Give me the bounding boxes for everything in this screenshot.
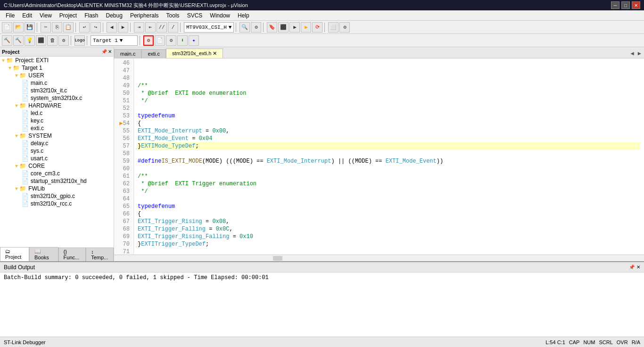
code-line-54[interactable]: }EXTIMode_TypeDef; — [138, 142, 640, 150]
menu-item-edit[interactable]: Edit — [18, 11, 36, 20]
tree-item-18[interactable]: 📄stm32f10x_gpio.c — [0, 192, 114, 200]
tab-scroll-right-icon[interactable]: ▶ — [637, 49, 642, 58]
tree-item-4[interactable]: 📄stm32f10x_it.c — [0, 87, 114, 94]
menu-item-view[interactable]: View — [36, 11, 56, 20]
tree-item-11[interactable]: 📄delay.c — [0, 140, 114, 147]
paste-button[interactable]: 📋 — [63, 22, 74, 33]
tree-item-13[interactable]: 📄usart.c — [0, 155, 114, 162]
navigate-back-button[interactable]: ◀ — [107, 22, 117, 33]
download-btn[interactable]: ⬇ — [177, 35, 188, 46]
bookmark-btn[interactable]: 🔖 — [267, 22, 277, 33]
menu-item-project[interactable]: Project — [56, 11, 81, 20]
code-view[interactable]: 4647484950515253▶54555657585960616263646… — [114, 58, 644, 255]
copy-button[interactable]: ⎘ — [52, 22, 62, 33]
build-btn3[interactable]: 💡 — [25, 35, 35, 46]
tree-item-17[interactable]: ▾ 📁FWLib — [0, 185, 114, 192]
outdent-button[interactable]: ⇤ — [145, 22, 156, 33]
code-line-64[interactable]: EXTI_Trigger_Rising = 0x08, — [138, 218, 640, 225]
stop-btn[interactable]: ⬛ — [278, 22, 289, 33]
navigate-fwd-button[interactable]: ▶ — [118, 22, 128, 33]
target-dropdown[interactable]: Target 1 ▼ — [91, 35, 138, 46]
redo-button[interactable]: ↪ — [91, 22, 101, 33]
menu-item-flash[interactable]: Flash — [81, 11, 102, 20]
tab-func[interactable]: {} Func... — [58, 248, 86, 261]
panel-pin-button[interactable]: 📌 — [101, 49, 107, 54]
code-line-49[interactable] — [138, 105, 640, 112]
file-ext-btn[interactable]: 📄 — [155, 35, 165, 46]
menu-item-window[interactable]: Window — [206, 11, 234, 20]
code-line-46[interactable]: /** — [138, 82, 640, 90]
uncomment-button[interactable]: / — [168, 22, 178, 33]
code-line-58[interactable]: /** — [138, 173, 640, 180]
code-line-60[interactable]: */ — [138, 188, 640, 195]
code-line-57[interactable] — [138, 165, 640, 173]
panel-close-button[interactable]: ✕ — [108, 49, 112, 54]
build-btn4[interactable]: ⬛ — [36, 35, 46, 46]
build-btn1[interactable]: 🔨 — [2, 35, 12, 46]
tab-main-c[interactable]: main.c — [114, 49, 141, 58]
code-line-53[interactable]: EXTI_Mode_Event = 0x04 — [138, 135, 640, 142]
tree-item-10[interactable]: ▾ 📁SYSTEM — [0, 132, 114, 140]
new-file-button[interactable]: 📄 — [2, 22, 12, 33]
tab-project[interactable]: 🗂 Project — [0, 247, 29, 261]
logo-btn[interactable]: Logo — [74, 35, 85, 46]
code-line-67[interactable]: }EXTITrigger_TypeDef; — [138, 240, 640, 248]
code-line-63[interactable]: { — [138, 210, 640, 218]
batch-build-btn[interactable]: ⚙ — [58, 35, 69, 46]
open-button[interactable]: 📂 — [13, 22, 24, 33]
tree-item-19[interactable]: 📄stm32f10x_rcc.c — [0, 200, 114, 207]
tree-item-5[interactable]: 📄system_stm32f10x.c — [0, 94, 114, 102]
comment-button[interactable]: // — [157, 22, 167, 33]
code-line-48[interactable]: */ — [138, 97, 640, 105]
code-line-51[interactable]: { — [138, 120, 640, 127]
options-btn[interactable]: ⚙ — [143, 35, 154, 46]
menu-item-svcs[interactable]: SVCS — [183, 11, 206, 20]
clean-btn[interactable]: 🗑 — [47, 35, 58, 46]
code-line-68[interactable] — [138, 248, 640, 255]
windows-btn[interactable]: ⬜ — [328, 22, 339, 33]
build-btn2[interactable]: 🔨 — [13, 35, 24, 46]
code-line-66[interactable]: EXTI_Trigger_Rising_Falling = 0x10 — [138, 233, 640, 240]
code-line-56[interactable]: #define IS_EXTI_MODE(MODE) (((MODE) == E… — [138, 157, 640, 165]
menu-item-file[interactable]: File — [2, 11, 18, 20]
tree-item-7[interactable]: 📄led.c — [0, 109, 114, 117]
tree-item-3[interactable]: 📄main.c — [0, 79, 114, 87]
erase-btn[interactable]: ✦ — [189, 35, 199, 46]
code-line-50[interactable]: typedef enum — [138, 112, 640, 120]
tree-item-9[interactable]: 📄exti.c — [0, 124, 114, 132]
tree-item-0[interactable]: ▾ 📁Project: EXTI — [0, 57, 114, 64]
run-btn[interactable]: ▶ — [289, 22, 300, 33]
tree-item-16[interactable]: 📄startup_stm32f10x_hd — [0, 177, 114, 185]
tree-item-2[interactable]: ▾ 📁USER — [0, 72, 114, 79]
tab-stm32f10x-exti-h[interactable]: stm32f10x_exti.h ✕ — [166, 49, 223, 58]
code-line-59[interactable]: * @brief EXTI Trigger enumeration — [138, 180, 640, 188]
tab-scroll-left-icon[interactable]: ◀ — [630, 49, 635, 58]
code-content[interactable]: /** * @brief EXTI mode enumeration */ ty… — [134, 58, 644, 255]
build-output-close-icon[interactable]: ✕ — [636, 264, 640, 270]
cut-button[interactable]: ✂ — [41, 22, 51, 33]
maximize-button[interactable]: □ — [621, 1, 630, 9]
code-line-65[interactable]: EXTI_Trigger_Falling = 0x0C, — [138, 225, 640, 233]
run2-btn[interactable]: ▶ — [301, 22, 311, 33]
tab-exti-c[interactable]: exti.c — [141, 49, 166, 58]
menu-item-tools[interactable]: Tools — [163, 11, 183, 20]
menu-item-debug[interactable]: Debug — [102, 11, 126, 20]
save-button[interactable]: 💾 — [25, 22, 35, 33]
menu-item-peripherals[interactable]: Peripherals — [126, 11, 163, 20]
search-dropdown[interactable]: MT9V03X_CSI_H ▼ — [184, 22, 234, 33]
close-button[interactable]: ✕ — [632, 1, 640, 9]
build-output-pin-icon[interactable]: 📌 — [629, 264, 635, 270]
undo-button[interactable]: ↩ — [79, 22, 90, 33]
find-button[interactable]: 🔍 — [239, 22, 250, 33]
tree-item-8[interactable]: 📄key.c — [0, 117, 114, 124]
horizontal-scrollbar[interactable] — [114, 255, 644, 261]
search2-button[interactable]: ⚙ — [251, 22, 261, 33]
code-line-61[interactable] — [138, 195, 640, 203]
tab-temp[interactable]: ↕ Temp... — [86, 248, 114, 261]
tree-item-12[interactable]: 📄sys.c — [0, 147, 114, 155]
tree-item-14[interactable]: ▾ 📁CORE — [0, 162, 114, 170]
code-line-62[interactable]: typedef enum — [138, 203, 640, 210]
tab-books[interactable]: 📖 Books — [29, 247, 58, 261]
indent-button[interactable]: ⇥ — [134, 22, 144, 33]
reset-btn[interactable]: ⟳ — [312, 22, 322, 33]
